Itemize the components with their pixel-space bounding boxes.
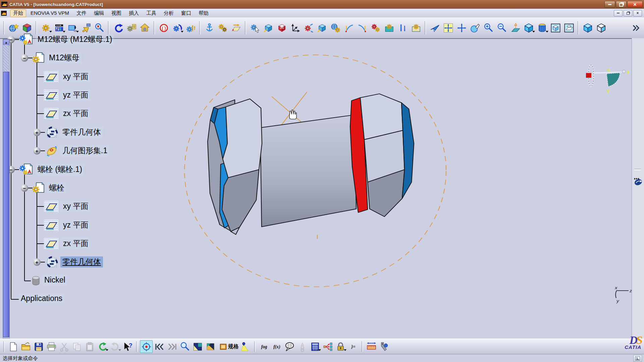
gear-specification-icon[interactable] (125, 21, 138, 34)
open-file-icon[interactable] (20, 341, 32, 353)
paste-icon[interactable] (84, 341, 96, 353)
search-icon[interactable] (179, 341, 191, 353)
fx-knowledge-icon[interactable]: f(x) (271, 341, 283, 353)
tree-item-m12-yz-plane[interactable]: yz 平面 (61, 89, 90, 101)
gear-update-icon[interactable] (171, 21, 183, 34)
tree-item-bolt-xy-plane[interactable]: xy 平面 (61, 201, 90, 212)
menu-item-edit[interactable]: 编辑 (91, 9, 107, 17)
stop-manipulation-icon[interactable]: ( ) (157, 21, 170, 34)
tree-item-bolt-part-body[interactable]: 零件几何体 (60, 256, 103, 267)
insert-existing-component-icon[interactable] (316, 21, 328, 34)
home-workbench-icon[interactable] (139, 21, 151, 34)
zoom-in-icon[interactable] (482, 21, 495, 34)
mdi-close-button[interactable]: × (633, 10, 642, 16)
menu-item-tools[interactable]: 工具 (143, 9, 159, 17)
lock-icon[interactable] (334, 341, 346, 353)
shuttle-icon[interactable] (66, 21, 79, 34)
menu-item-window[interactable]: 窗口 (178, 9, 194, 17)
3d-viewport[interactable]: x y z x z y −M12螺母 (M12螺母.1)−M12螺母xy 平面y… (0, 38, 644, 339)
fit-all-in-icon[interactable] (442, 21, 454, 34)
clash-detection-icon[interactable] (93, 21, 106, 34)
previous-view-icon[interactable] (153, 341, 165, 353)
specifications-overview-icon[interactable] (192, 341, 204, 353)
scroll-thumb[interactable] (3, 72, 9, 337)
compass[interactable]: x y z (586, 65, 630, 93)
snap-manipulate-icon[interactable] (302, 21, 315, 34)
wireframe-cube-icon[interactable] (595, 21, 607, 34)
tree-item-m12-geo-set[interactable]: 几何图形集.1 (60, 145, 109, 156)
pan-icon[interactable] (455, 21, 468, 34)
design-table-icon[interactable] (309, 341, 321, 353)
tree-item-m12-part-body[interactable]: 零件几何体 (60, 127, 103, 138)
formula-balloon-icon[interactable] (283, 341, 296, 353)
assemble-gears-icon[interactable] (216, 21, 229, 34)
minimize-button[interactable] (604, 1, 615, 8)
explode-assembly-icon[interactable] (396, 21, 409, 34)
tree-expander-minus[interactable]: − (21, 54, 28, 62)
new-file-icon[interactable] (7, 341, 19, 353)
fix-anchor-icon[interactable] (203, 21, 216, 34)
tree-expander-plus[interactable]: + (33, 129, 41, 136)
relations-icon[interactable] (322, 341, 334, 353)
menu-item-insert[interactable]: 插入 (126, 9, 142, 17)
copy-icon[interactable] (71, 341, 83, 353)
teal-gears-box-icon[interactable] (383, 21, 395, 34)
simulation-player-icon[interactable] (53, 21, 65, 34)
tree-expander-plus[interactable]: + (33, 258, 41, 266)
shaded-cube-icon[interactable] (581, 21, 594, 34)
tree-item-bolt-part[interactable]: 螺栓 (47, 182, 66, 193)
cut-icon[interactable] (58, 341, 70, 353)
measure-between-icon[interactable] (365, 341, 377, 353)
bolt-head[interactable] (350, 94, 414, 217)
tree-expander-minus[interactable]: − (21, 184, 28, 192)
rotate-icon[interactable] (469, 21, 481, 34)
mdi-minimize-button[interactable] (614, 10, 623, 16)
tree-item-m12-nut-part[interactable]: M12螺母 (47, 52, 82, 63)
link-icon[interactable]: A (296, 341, 308, 353)
measure-item-icon[interactable] (378, 341, 390, 353)
compass-anchor-point[interactable] (586, 73, 591, 78)
gear-upgrade-icon[interactable] (184, 21, 197, 34)
tree-scrollbar[interactable]: ▲ (3, 39, 10, 339)
redo-icon[interactable] (109, 341, 121, 353)
tree-item-bolt-instance[interactable]: 螺栓 (螺栓.1) (36, 164, 84, 175)
apply-material-icon[interactable] (7, 21, 20, 34)
snap-curve-icon[interactable] (342, 21, 355, 34)
replace-component-icon[interactable] (275, 21, 288, 34)
tree-item-m12-xy-plane[interactable]: xy 平面 (61, 71, 90, 82)
tree-item-applications[interactable]: Applications (19, 294, 64, 303)
smart-move-icon[interactable] (329, 21, 342, 34)
red-gears-icon[interactable] (369, 21, 382, 34)
zoom-out-icon[interactable] (495, 21, 508, 34)
update-assembly-icon[interactable] (112, 21, 124, 34)
tree-item-bolt-yz-plane[interactable]: yz 平面 (61, 220, 90, 231)
close-button[interactable]: ✕ (627, 1, 643, 8)
tree-item-nickel-material[interactable]: Nickel (42, 275, 67, 285)
toolbar-overflow-chevron[interactable] (629, 21, 642, 34)
insert-component-icon[interactable] (262, 21, 275, 34)
fog-depth-effect-icon[interactable]: fog (258, 341, 270, 353)
tree-item-m12-nut-instance[interactable]: M12螺母 (M12螺母.1) (36, 34, 114, 45)
tree-item-m12-zx-plane[interactable]: zx 平面 (61, 108, 90, 119)
equivalent-dimensions-icon[interactable]: }= (347, 341, 359, 353)
nut-m12[interactable] (208, 99, 262, 235)
menu-item-file[interactable]: 文件 (73, 9, 90, 17)
next-view-icon[interactable] (166, 341, 178, 353)
menu-item-start[interactable]: 开始 (10, 9, 26, 17)
menu-item-help[interactable]: 帮助 (196, 9, 212, 17)
graphic-properties-icon[interactable] (20, 21, 33, 34)
select-icon[interactable] (140, 340, 153, 353)
status-hint-icon[interactable] (633, 355, 642, 362)
light-source-icon[interactable] (240, 341, 252, 353)
tree-expander-plus[interactable]: + (33, 147, 41, 155)
spec-tree-toggle-icon-label[interactable]: 规格 (228, 343, 239, 350)
whats-this-help-icon[interactable]: ? (122, 341, 134, 353)
menu-item-enovia[interactable]: ENOVIA V5 VPM (28, 9, 72, 17)
save-icon[interactable] (33, 341, 45, 353)
mechanism-gear-icon[interactable] (39, 21, 52, 34)
snap-rotate-icon[interactable] (356, 21, 369, 34)
clipping-view-icon[interactable] (562, 21, 575, 34)
viewpoint-snapshot-icon[interactable] (204, 341, 216, 353)
toolbar-overflow-swirl-icon[interactable] (633, 175, 643, 186)
undo-icon[interactable] (96, 341, 108, 353)
